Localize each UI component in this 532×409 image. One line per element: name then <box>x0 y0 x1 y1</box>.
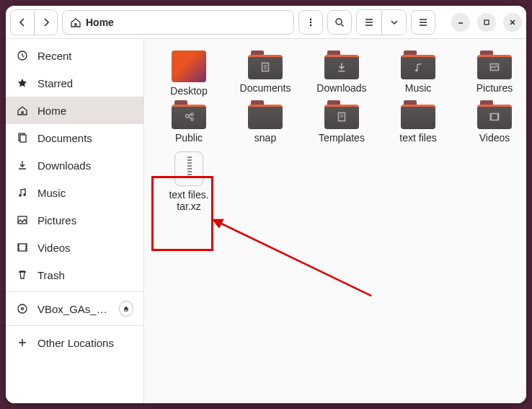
folder-icon <box>324 100 359 129</box>
sidebar-item-label: Other Locations <box>37 337 114 349</box>
svg-point-9 <box>23 193 26 196</box>
folder-icon <box>324 50 359 79</box>
videos-icon <box>16 241 29 254</box>
eject-button[interactable] <box>119 301 133 317</box>
forward-button[interactable] <box>34 10 57 35</box>
svg-point-8 <box>19 194 22 197</box>
file-item-archive[interactable]: text files. tar.xz <box>151 150 226 214</box>
chevron-down-icon <box>391 19 398 26</box>
file-item-textfiles[interactable]: text files <box>381 99 456 144</box>
chevron-right-icon <box>42 18 50 27</box>
annotation-arrow <box>205 209 393 303</box>
search-icon <box>334 17 345 27</box>
sidebar-separator <box>6 325 143 326</box>
archive-icon <box>174 151 203 186</box>
file-item-desktop[interactable]: Desktop <box>151 49 226 97</box>
sidebar-item-trash[interactable]: Trash <box>6 261 143 289</box>
file-item-videos[interactable]: Videos <box>457 99 526 144</box>
disc-icon <box>16 302 29 315</box>
sidebar-item-label: Starred <box>37 77 73 89</box>
folder-icon <box>248 50 283 79</box>
sidebar-item-device[interactable]: VBox_GAs_7.… <box>6 295 143 322</box>
svg-line-22 <box>218 222 371 296</box>
folder-icon <box>477 100 512 129</box>
music-icon <box>16 186 29 199</box>
file-item-public[interactable]: Public <box>151 99 226 144</box>
nav-buttons <box>10 9 58 35</box>
home-icon <box>70 17 81 28</box>
kebab-icon <box>306 17 316 27</box>
sidebar-item-label: Pictures <box>37 214 76 227</box>
folder-icon <box>477 50 512 79</box>
sidebar-item-label: Videos <box>37 242 71 254</box>
sidebar-item-label: Downloads <box>37 159 91 172</box>
file-label: text files <box>399 132 436 144</box>
maximize-button[interactable] <box>477 13 496 32</box>
sidebar-item-documents[interactable]: Documents <box>6 124 143 151</box>
search-button[interactable] <box>327 10 352 35</box>
path-segment-home[interactable]: Home <box>70 17 114 28</box>
minimize-button[interactable] <box>451 13 470 32</box>
file-item-downloads[interactable]: Downloads <box>304 49 379 97</box>
sidebar-item-label: VBox_GAs_7.… <box>37 303 110 315</box>
svg-rect-7 <box>20 135 26 142</box>
file-manager-window: Home <box>6 6 526 403</box>
file-label: Templates <box>319 132 365 144</box>
file-item-snap[interactable]: snap <box>228 99 303 144</box>
sidebar-item-starred[interactable]: Starred <box>6 69 143 97</box>
sidebar-item-downloads[interactable]: Downloads <box>6 151 143 179</box>
svg-point-1 <box>310 21 311 22</box>
folder-icon <box>401 50 435 79</box>
content-area[interactable]: Desktop Documents Downloads Music Pictur… <box>144 39 526 403</box>
window-body: Recent Starred Home Documents Downloads … <box>6 39 526 403</box>
chevron-left-icon <box>18 18 27 27</box>
documents-icon <box>16 131 29 144</box>
file-item-music[interactable]: Music <box>381 49 456 97</box>
svg-point-3 <box>336 19 342 25</box>
view-options-button[interactable] <box>381 10 406 35</box>
file-label: text files. tar.xz <box>169 189 208 214</box>
sidebar-item-pictures[interactable]: Pictures <box>6 206 143 234</box>
location-options-button[interactable] <box>298 10 323 35</box>
sidebar-item-other-locations[interactable]: Other Locations <box>6 329 143 356</box>
hamburger-icon <box>418 17 428 27</box>
star-icon <box>16 76 29 89</box>
svg-point-13 <box>22 308 24 310</box>
pathbar[interactable]: Home <box>62 10 294 35</box>
trash-icon <box>16 268 29 281</box>
close-button[interactable] <box>503 13 522 32</box>
file-item-documents[interactable]: Documents <box>228 49 303 97</box>
file-label: snap <box>254 132 276 144</box>
view-list-button[interactable] <box>357 10 381 35</box>
file-label: Downloads <box>316 82 366 94</box>
back-button[interactable] <box>11 10 34 35</box>
file-item-templates[interactable]: Templates <box>304 99 379 144</box>
plus-icon <box>16 336 29 349</box>
sidebar-item-label: Recent <box>37 50 72 62</box>
file-label: Public <box>175 132 203 144</box>
folder-icon <box>401 100 435 129</box>
sidebar-item-label: Trash <box>37 269 65 281</box>
sidebar-item-videos[interactable]: Videos <box>6 234 143 261</box>
icon-grid: Desktop Documents Downloads Music Pictur… <box>151 49 519 213</box>
file-item-pictures[interactable]: Pictures <box>457 49 526 97</box>
maximize-icon <box>483 19 490 26</box>
sidebar-separator <box>6 291 143 292</box>
sidebar-item-label: Home <box>37 105 66 117</box>
file-label: Documents <box>240 82 291 94</box>
pictures-icon <box>16 214 29 227</box>
close-icon <box>509 19 516 26</box>
sidebar-item-home[interactable]: Home <box>6 97 143 124</box>
minimize-icon <box>457 19 464 26</box>
hamburger-menu-button[interactable] <box>411 10 435 35</box>
folder-icon <box>172 100 206 129</box>
sidebar-item-recent[interactable]: Recent <box>6 42 143 69</box>
svg-point-15 <box>415 69 418 72</box>
clock-icon <box>16 49 29 62</box>
svg-point-12 <box>18 304 27 313</box>
view-controls <box>356 9 407 35</box>
list-icon <box>364 17 374 27</box>
svg-rect-4 <box>484 20 489 25</box>
file-label: Pictures <box>476 82 513 94</box>
sidebar-item-music[interactable]: Music <box>6 179 143 206</box>
